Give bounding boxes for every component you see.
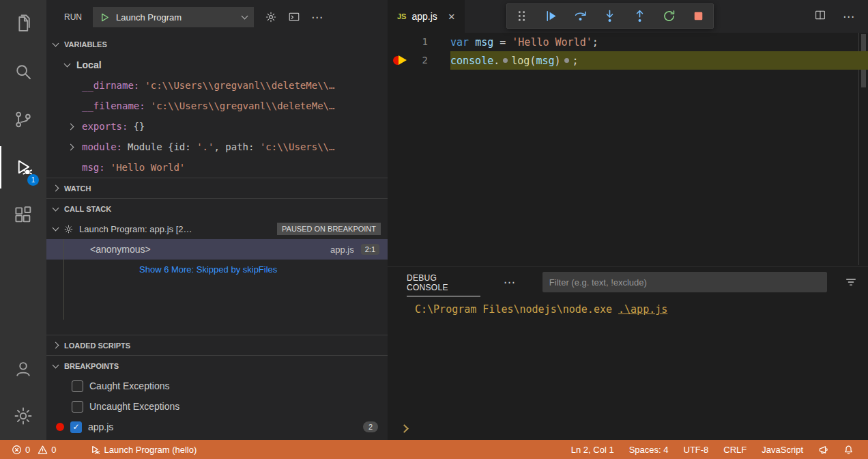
session-label: Launch Program: app.js [2… [79, 224, 192, 234]
language-mode-status[interactable]: JavaScript [754, 445, 811, 455]
step-into-button[interactable] [598, 6, 622, 27]
step-over-button[interactable] [569, 6, 592, 27]
explorer-icon[interactable] [0, 0, 46, 48]
code-text: var msg = 'Hello World'; [450, 36, 598, 48]
filter-icon[interactable] [845, 276, 857, 288]
loaded-scripts-section-header[interactable]: LOADED SCRIPTS [46, 335, 388, 355]
editor-gutter[interactable]: 1 [388, 33, 450, 51]
stop-button[interactable] [686, 6, 710, 27]
show-more-frames-link[interactable]: Show 6 More: Skipped by skipFiles [46, 260, 388, 279]
call-stack-body: Launch Program: app.js [2… PAUSED ON BRE… [46, 219, 388, 335]
cursor-position-label: Ln 2, Col 1 [571, 445, 614, 455]
checkbox-unchecked[interactable] [72, 401, 83, 413]
close-icon[interactable]: × [448, 11, 455, 23]
tab-app-js[interactable]: JS app.js × [388, 0, 465, 33]
configure-launch-gear-icon[interactable] [265, 11, 277, 23]
settings-gear-icon[interactable] [0, 392, 46, 440]
console-command-text: C:\Program Files\nodejs\node.exe [415, 303, 618, 316]
loaded-scripts-header-label: LOADED SCRIPTS [64, 342, 130, 350]
debug-session-row[interactable]: Launch Program: app.js [2… PAUSED ON BRE… [46, 219, 388, 239]
panel-more-actions-icon[interactable]: ⋯ [504, 277, 515, 288]
cursor-position-status[interactable]: Ln 2, Col 1 [564, 445, 622, 455]
watch-section-header[interactable]: WATCH [46, 178, 388, 198]
launch-config-dropdown[interactable]: Launch Program [93, 7, 254, 27]
eol-status[interactable]: CRLF [716, 445, 754, 455]
encoding-status[interactable]: UTF-8 [676, 445, 717, 455]
accounts-icon[interactable] [0, 344, 46, 392]
error-count: 0 [25, 445, 30, 455]
breakpoint-label: Uncaught Exceptions [89, 401, 179, 412]
debug-target-label: Launch Program (hello) [104, 445, 197, 455]
inline-breakpoint-dot-icon[interactable] [564, 58, 569, 63]
variable-name: msg: [82, 162, 105, 173]
tab-debug-console[interactable]: DEBUG CONSOLE [407, 273, 480, 296]
views-more-actions-icon[interactable]: ⋯ [311, 12, 323, 23]
indentation-status[interactable]: Spaces: 4 [622, 445, 676, 455]
continue-button[interactable] [540, 6, 563, 27]
chevron-down-icon [53, 361, 59, 368]
open-debug-console-icon[interactable] [288, 11, 300, 23]
problems-status[interactable]: 0 0 [7, 440, 61, 459]
console-filter-input[interactable] [542, 272, 827, 292]
code-line-2[interactable]: 2 console.log(msg); [388, 51, 868, 70]
checkbox-unchecked[interactable] [72, 380, 83, 392]
debug-icon [90, 445, 100, 455]
token-paren: ) [554, 55, 560, 67]
variable-dirname[interactable]: __dirname: 'c:\\Users\\gregvanl\\deleteM… [46, 75, 388, 96]
eol-label: CRLF [723, 445, 747, 455]
drag-handle-icon[interactable] [510, 6, 534, 27]
editor-gutter[interactable]: 2 [388, 51, 450, 70]
error-icon [12, 445, 22, 455]
token-operator: = [500, 36, 512, 48]
checkbox-checked[interactable]: ✓ [70, 421, 82, 433]
console-file-link[interactable]: .\app.js [618, 303, 667, 316]
editor-more-actions-icon[interactable]: ⋯ [843, 11, 854, 23]
feedback-megaphone-icon[interactable] [811, 445, 836, 455]
stack-frame-row[interactable]: <anonymous> app.js 2:1 [46, 239, 388, 260]
debug-console-panel: DEBUG CONSOLE ⋯ C:\Program Files\nodejs\… [388, 266, 868, 440]
variable-name: exports: [82, 121, 128, 132]
token-semicolon: ; [592, 36, 598, 48]
variable-module[interactable]: module: Module {id: '.' , path: 'c:\\Use… [46, 137, 388, 157]
line-number: 2 [422, 51, 428, 70]
search-icon[interactable] [0, 48, 46, 96]
step-out-button[interactable] [628, 6, 651, 27]
scope-local-label: Local [76, 59, 102, 70]
variable-exports[interactable]: exports: {} [46, 116, 388, 137]
chevron-down-icon [53, 204, 59, 211]
notifications-bell-icon[interactable] [836, 445, 861, 455]
run-debug-icon[interactable]: 1 [0, 143, 46, 191]
console-output-line: C:\Program Files\nodejs\node.exe .\app.j… [415, 303, 868, 316]
console-input-chevron-icon[interactable] [400, 424, 409, 433]
source-control-icon[interactable] [0, 96, 46, 143]
variable-value: , path: [214, 141, 259, 152]
paused-breakpoint-icon[interactable] [393, 55, 411, 66]
restart-button[interactable] [657, 6, 680, 27]
variables-header-label: VARIABLES [64, 40, 107, 48]
split-editor-icon[interactable] [814, 9, 826, 24]
extensions-icon[interactable] [0, 191, 46, 239]
inline-breakpoint-dot-icon[interactable] [503, 58, 508, 63]
watch-header-label: WATCH [64, 184, 91, 193]
token-identifier: msg [475, 36, 500, 48]
variable-filename[interactable]: __filename: 'c:\\Users\\gregvanl\\delete… [46, 96, 388, 116]
debug-sidebar-toolbar: RUN Launch Program ⋯ [46, 0, 388, 34]
breakpoints-section-header[interactable]: BREAKPOINTS [46, 355, 388, 376]
token-string: 'Hello World' [512, 36, 592, 48]
scope-local[interactable]: Local [46, 55, 388, 75]
breakpoint-caught-exceptions[interactable]: Caught Exceptions [46, 376, 388, 396]
debug-target-status[interactable]: Launch Program (hello) [85, 440, 201, 459]
chevron-down-icon [53, 40, 59, 47]
call-stack-section-header[interactable]: CALL STACK [46, 198, 388, 219]
breakpoint-app-js[interactable]: ✓ app.js 2 [46, 417, 388, 437]
debug-toolbar [506, 3, 714, 29]
frame-position-badge: 2:1 [361, 244, 379, 255]
breakpoint-uncaught-exceptions[interactable]: Uncaught Exceptions [46, 396, 388, 417]
variable-msg[interactable]: msg: 'Hello World' [46, 157, 388, 178]
variable-value: Module {id: [128, 141, 197, 152]
variable-name: __dirname: [82, 80, 139, 91]
code-line-1[interactable]: 1 var msg = 'Hello World'; [388, 33, 868, 51]
code-editor[interactable]: 1 var msg = 'Hello World'; 2 console.log… [388, 33, 868, 266]
variable-name: __filename: [82, 100, 145, 111]
variables-section-header[interactable]: VARIABLES [46, 34, 388, 55]
